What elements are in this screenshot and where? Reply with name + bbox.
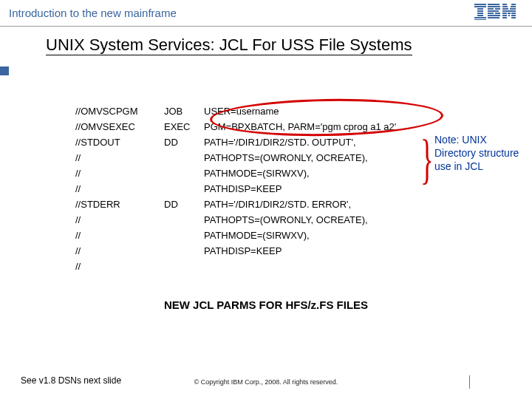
jcl-label: // — [75, 150, 164, 166]
svg-rect-28 — [508, 15, 510, 16]
jcl-op: DD — [164, 134, 204, 150]
slide-title: UNIX System Services: JCL For USS File S… — [46, 35, 412, 55]
jcl-label: //OMVSCPGM — [75, 103, 164, 119]
svg-rect-0 — [474, 4, 486, 5]
svg-rect-22 — [510, 8, 516, 10]
svg-rect-6 — [474, 17, 486, 18]
svg-rect-17 — [502, 4, 507, 5]
jcl-label: //OMVSEXEC — [75, 119, 164, 134]
svg-rect-10 — [488, 8, 494, 10]
svg-rect-14 — [495, 13, 500, 14]
annotation-brace-icon: } — [420, 132, 434, 186]
annotation-note: Note: UNIX Directory structure use in JC… — [434, 133, 531, 173]
jcl-label: //STDERR — [75, 197, 164, 212]
jcl-op: JOB — [164, 103, 204, 119]
jcl-op — [164, 228, 204, 243]
ibm-logo — [474, 4, 516, 23]
jcl-label: // — [75, 212, 164, 228]
svg-rect-20 — [511, 6, 516, 7]
svg-rect-25 — [508, 13, 511, 14]
copyright: © Copyright IBM Corp., 2008. All rights … — [0, 378, 532, 386]
svg-rect-5 — [477, 15, 483, 16]
header-bar: Introduction to the new mainframe — [0, 0, 532, 27]
svg-rect-16 — [488, 17, 499, 18]
jcl-text: PATHDISP=KEEP — [204, 181, 504, 197]
jcl-op — [164, 259, 204, 274]
jcl-row: //PATHDISP=KEEP — [75, 181, 504, 197]
svg-rect-3 — [477, 10, 483, 12]
jcl-op — [164, 243, 204, 259]
header-title: Introduction to the new mainframe — [9, 7, 177, 19]
jcl-row: //PATHOPTS=(OWRONLY, OCREATE), — [75, 212, 504, 228]
svg-rect-1 — [474, 6, 486, 7]
svg-rect-13 — [488, 13, 494, 14]
svg-rect-2 — [477, 8, 483, 10]
svg-rect-21 — [502, 8, 508, 10]
svg-rect-11 — [495, 8, 500, 10]
svg-rect-31 — [511, 17, 516, 18]
jcl-label: // — [75, 259, 164, 274]
svg-rect-30 — [502, 17, 507, 18]
jcl-text: PATH='/DIR1/DIR2/STD. ERROR', — [204, 197, 504, 212]
svg-rect-15 — [488, 15, 500, 16]
svg-rect-7 — [474, 19, 486, 20]
jcl-row: //PATHMODE=(SIRWXV), — [75, 228, 504, 243]
svg-rect-29 — [511, 15, 516, 16]
accent-square — [0, 66, 9, 75]
jcl-op: EXEC — [164, 119, 204, 134]
svg-rect-24 — [502, 13, 507, 14]
jcl-label: // — [75, 166, 164, 181]
jcl-op — [164, 181, 204, 197]
jcl-label: //STDOUT — [75, 134, 164, 150]
page-divider — [469, 375, 470, 389]
jcl-label: // — [75, 181, 164, 197]
jcl-text: PATHDISP=KEEP — [204, 243, 504, 259]
jcl-op — [164, 166, 204, 181]
jcl-row: //PATHDISP=KEEP — [75, 243, 504, 259]
jcl-text — [204, 259, 504, 274]
jcl-op — [164, 212, 204, 228]
svg-rect-12 — [488, 10, 499, 12]
subheading: NEW JCL PARMS FOR HFS/z.FS FILES — [0, 299, 532, 311]
svg-rect-23 — [502, 10, 516, 12]
svg-rect-19 — [502, 6, 508, 7]
svg-rect-8 — [488, 4, 499, 5]
jcl-text: PATHMODE=(SIRWXV), — [204, 228, 504, 243]
jcl-op — [164, 150, 204, 166]
jcl-op: DD — [164, 197, 204, 212]
svg-rect-27 — [502, 15, 507, 16]
svg-rect-18 — [511, 4, 516, 5]
jcl-label: // — [75, 228, 164, 243]
jcl-row: // — [75, 259, 504, 274]
svg-rect-26 — [511, 13, 516, 14]
svg-rect-9 — [488, 6, 500, 7]
jcl-row: //STDERRDDPATH='/DIR1/DIR2/STD. ERROR', — [75, 197, 504, 212]
jcl-label: // — [75, 243, 164, 259]
svg-rect-4 — [477, 13, 483, 14]
jcl-text: PATHOPTS=(OWRONLY, OCREATE), — [204, 212, 504, 228]
